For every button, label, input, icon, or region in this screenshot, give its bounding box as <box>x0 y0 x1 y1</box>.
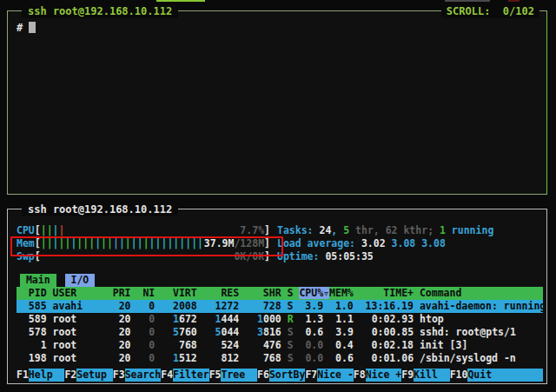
fkey-number: F7 <box>305 369 317 382</box>
process-table-rows: 585 avahi 20 0 2008 1272 728 S 3.9 1.0 1… <box>17 300 543 365</box>
cpu-meter: CPU[||||7.7%] <box>17 224 270 237</box>
fkey-f6[interactable]: F6SortBy <box>257 369 305 382</box>
process-table-header[interactable]: PID USER PRI NI VIRT RES SHR S CPU%▿MEM%… <box>17 287 543 300</box>
fkey-label: Kill <box>414 369 450 382</box>
mem-meter-label: Mem <box>17 237 35 250</box>
fkey-number: F2 <box>64 369 76 382</box>
swap-meter: Swp[0K/0K] <box>17 250 270 263</box>
tmux-session: ssh root@192.168.10.112 SCROLL: 0/102 # … <box>0 0 556 392</box>
fkey-f2[interactable]: F2Setup <box>64 369 112 382</box>
load-average: Load average: 3.02 3.08 3.08 <box>277 237 543 250</box>
fkey-f4[interactable]: F4Filter <box>161 369 208 382</box>
meter-bar: | <box>41 237 47 249</box>
prompt-char: # <box>17 22 23 34</box>
fkey-f3[interactable]: F3Search <box>113 369 161 382</box>
text-cursor <box>29 22 36 33</box>
mem-meter-bars: ||||||||||||||||||||||||||| <box>41 237 204 250</box>
fkey-label: Nice + <box>366 369 402 382</box>
table-row[interactable]: 589 root 20 0 1672 1444 1000 R 1.3 1.1 0… <box>17 313 543 326</box>
fkey-number: F8 <box>354 369 366 382</box>
fkey-f1[interactable]: F1Help <box>17 369 64 382</box>
video-scrubber-artifact <box>156 0 205 2</box>
pane-title: ssh root@192.168.10.112 <box>22 4 178 18</box>
meter-bar: | <box>41 224 47 236</box>
bracket-close: ] <box>264 224 270 237</box>
table-row[interactable]: 578 root 20 0 5760 5044 3816 S 0.6 3.9 0… <box>17 326 543 339</box>
meter-bar: | <box>197 237 203 249</box>
scroll-indicator: SCROLL: 0/102 <box>441 4 539 18</box>
fkey-label: Tree <box>221 369 257 382</box>
fkey-number: F9 <box>401 369 414 382</box>
fkey-f7[interactable]: F7Nice - <box>305 369 353 382</box>
function-key-bar: F1Help F2Setup F3SearchF4FilterF5Tree F6… <box>17 369 543 382</box>
meter-bar: | <box>101 237 107 249</box>
fkey-number: F6 <box>257 369 269 382</box>
meter-bar: | <box>125 237 131 249</box>
meter-bar: | <box>47 224 53 236</box>
fkey-label: Setup <box>76 369 113 382</box>
fkey-label: Quit <box>467 369 543 382</box>
fkey-label: Search <box>125 369 162 382</box>
meter-bar: | <box>149 237 156 249</box>
terminal-pane-top[interactable]: ssh root@192.168.10.112 SCROLL: 0/102 # <box>7 10 547 195</box>
video-scrubber-artifact <box>445 0 490 2</box>
mem-meter-value: 37.9M/128M <box>204 237 264 250</box>
bracket-open: [ <box>35 250 41 263</box>
mem-meter: Mem[|||||||||||||||||||||||||||37.9M/128… <box>17 237 270 250</box>
htop-tabs: Main I/O <box>17 274 543 287</box>
table-row[interactable]: 1 root 20 0 768 524 476 S 0.0 0.4 0:02.1… <box>17 339 543 352</box>
swap-meter-label: Swp <box>17 250 35 263</box>
fkey-f10[interactable]: F10Quit <box>450 369 543 382</box>
meter-bar: | <box>119 237 125 249</box>
meter-bar: | <box>59 224 65 236</box>
htop-meters-stats: CPU[||||7.7%] Mem[||||||||||||||||||||||… <box>17 224 543 263</box>
meter-bar: | <box>53 224 59 236</box>
fkey-number: F4 <box>161 369 173 382</box>
meter-bar: | <box>113 237 119 249</box>
fkey-label: Help <box>29 369 65 382</box>
bracket-close: ] <box>264 250 270 263</box>
swap-meter-value: 0K/0K <box>234 250 264 263</box>
meter-bar: | <box>131 237 137 249</box>
fkey-f5[interactable]: F5Tree <box>209 369 257 382</box>
cpu-meter-label: CPU <box>17 224 35 237</box>
meter-bar: | <box>47 237 53 249</box>
cpu-meter-bars: |||| <box>41 224 241 237</box>
tab-io[interactable]: I/O <box>65 274 96 287</box>
htop-stats: Tasks: 24, 5 thr, 62 kthr; 1 running Loa… <box>277 224 543 263</box>
cpu-meter-value: 7.7% <box>240 224 264 237</box>
meter-bar: | <box>53 237 59 249</box>
fkey-f8[interactable]: F8Nice + <box>354 369 401 382</box>
fkey-number: F3 <box>113 369 125 382</box>
meter-bar: | <box>143 237 149 249</box>
meter-bar: | <box>137 237 143 249</box>
fkey-number: F5 <box>209 369 222 382</box>
bracket-close: ] <box>264 237 270 250</box>
bracket-open: [ <box>35 224 41 237</box>
bracket-open: [ <box>35 237 41 250</box>
table-row[interactable]: 198 root 20 0 1512 812 768 S 0.0 0.6 0:0… <box>17 352 543 365</box>
fkey-number: F10 <box>450 369 468 382</box>
table-row[interactable]: 585 avahi 20 0 2008 1272 728 S 3.9 1.0 1… <box>17 300 543 313</box>
htop-meters: CPU[||||7.7%] Mem[||||||||||||||||||||||… <box>17 224 270 263</box>
fkey-f9[interactable]: F9Kill <box>401 369 449 382</box>
video-scrubber-artifact <box>508 0 520 2</box>
fkey-number: F1 <box>17 369 29 382</box>
fkey-label: SortBy <box>269 369 306 382</box>
tab-main[interactable]: Main <box>20 274 56 287</box>
tasks-summary: Tasks: 24, 5 thr, 62 kthr; 1 running <box>277 224 543 237</box>
swap-meter-bars <box>41 250 235 263</box>
fkey-label: Filter <box>173 369 209 382</box>
terminal-pane-bottom[interactable]: ssh root@192.168.10.112 CPU[||||7.7%] Me… <box>7 209 547 384</box>
uptime: Uptime: 05:05:35 <box>277 250 543 263</box>
htop-app: CPU[||||7.7%] Mem[||||||||||||||||||||||… <box>8 209 546 382</box>
meter-bar: | <box>107 237 113 249</box>
fkey-label: Nice - <box>317 369 354 382</box>
spacer <box>17 263 543 274</box>
